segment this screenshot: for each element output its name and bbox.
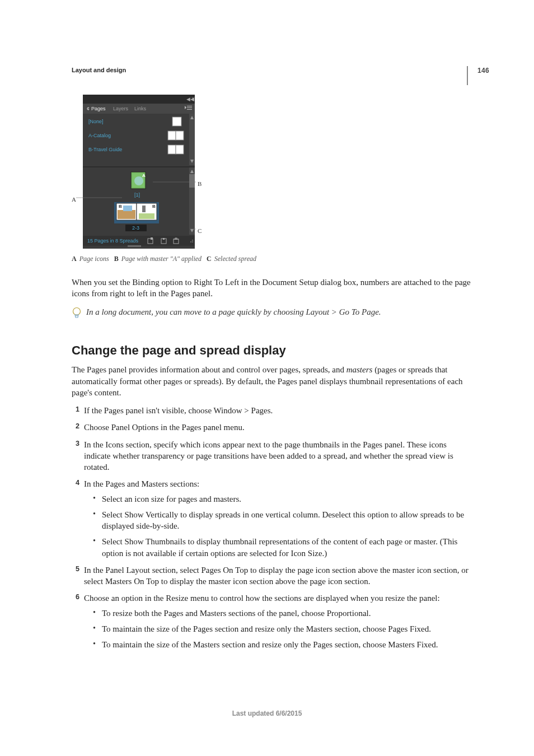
svg-rect-29 — [142, 206, 146, 212]
callout-c: C — [198, 227, 202, 235]
svg-rect-35 — [151, 237, 153, 240]
pages-panel-mockup: ◀◀ × ¢ Pages Layers Links [None] A-Catal… — [72, 95, 200, 249]
svg-text:×: × — [191, 96, 195, 102]
svg-rect-13 — [168, 145, 176, 154]
step-2: Choose Panel Options in the Pages panel … — [72, 422, 472, 433]
callout-a: A — [72, 195, 76, 204]
callout-b: B — [198, 180, 202, 188]
step-4a: Select an icon size for pages and master… — [84, 493, 472, 505]
svg-rect-37 — [163, 238, 165, 240]
svg-rect-11 — [168, 131, 176, 140]
tip-text: In a long document, you can move to a pa… — [86, 306, 381, 318]
svg-point-49 — [73, 307, 81, 315]
svg-rect-1 — [83, 95, 195, 104]
panel-dot: ¢ — [87, 106, 90, 111]
svg-rect-42 — [192, 241, 193, 242]
svg-rect-6 — [187, 108, 192, 108]
master-a: A-Catalog — [88, 133, 111, 138]
svg-rect-26 — [118, 210, 135, 219]
tab-layers: Layers — [113, 106, 129, 111]
page-number-box: 146 — [467, 66, 490, 85]
master-b: B-Travel Guide — [88, 147, 122, 152]
svg-text:B: B — [152, 204, 156, 209]
paragraph-binding: When you set the Binding option to Right… — [72, 277, 472, 300]
svg-rect-15 — [83, 166, 195, 167]
svg-rect-10 — [172, 117, 181, 126]
svg-rect-5 — [187, 106, 192, 106]
step-6c: To maintain the size of the Masters sect… — [84, 639, 472, 650]
step-4b: Select Show Vertically to display spread… — [84, 509, 472, 532]
spread-label-1: [1] — [134, 192, 140, 198]
footer-last-updated: Last updated 6/6/2015 — [0, 709, 534, 718]
step-6-sublist: To resize both the Pages and Masters sec… — [84, 608, 472, 651]
master-none: [None] — [88, 119, 104, 124]
svg-rect-28 — [139, 213, 154, 219]
svg-rect-7 — [187, 109, 192, 110]
tab-pages: Pages — [91, 106, 106, 111]
svg-text:A: A — [142, 173, 146, 178]
section-intro: The Pages panel provides information abo… — [72, 364, 472, 398]
svg-rect-12 — [176, 131, 184, 140]
lightbulb-icon — [72, 307, 82, 323]
svg-text:B: B — [119, 204, 122, 209]
step-6a: To resize both the Pages and Masters sec… — [84, 608, 472, 619]
panel-status: 15 Pages in 8 Spreads — [87, 238, 139, 244]
svg-rect-43 — [192, 240, 193, 241]
step-6: Choose an option in the Resize menu to c… — [72, 592, 472, 650]
step-5: In the Panel Layout section, select Page… — [72, 564, 472, 587]
svg-rect-44 — [128, 245, 141, 247]
chapter-label: Layout and design — [72, 66, 472, 74]
figure-caption: A Page icons B Page with master "A" appl… — [72, 254, 472, 263]
step-3: In the Icons section, specify which icon… — [72, 439, 472, 473]
step-1: If the Pages panel isn't visible, choose… — [72, 405, 472, 416]
step-4: In the Pages and Masters sections: Selec… — [72, 478, 472, 559]
step-6b: To maintain the size of the Pages sectio… — [84, 623, 472, 634]
scroll-thumb — [189, 174, 195, 188]
tip: In a long document, you can move to a pa… — [72, 306, 472, 323]
svg-rect-27 — [123, 206, 132, 211]
svg-rect-14 — [176, 145, 184, 154]
svg-rect-9 — [189, 114, 195, 165]
page-number: 146 — [477, 66, 490, 75]
step-4-sublist: Select an icon size for pages and master… — [84, 493, 472, 559]
steps-list: If the Pages panel isn't visible, choose… — [72, 405, 472, 650]
step-4c: Select Show Thumbnails to display thumbn… — [84, 536, 472, 559]
section-heading: Change the page and spread display — [72, 342, 472, 359]
figure-pages-panel: A B C ◀◀ × ¢ Pages Layers Links — [72, 95, 273, 249]
svg-rect-41 — [190, 241, 191, 242]
tab-links: Links — [134, 106, 147, 111]
spread-label-2: 2-3 — [132, 225, 139, 231]
